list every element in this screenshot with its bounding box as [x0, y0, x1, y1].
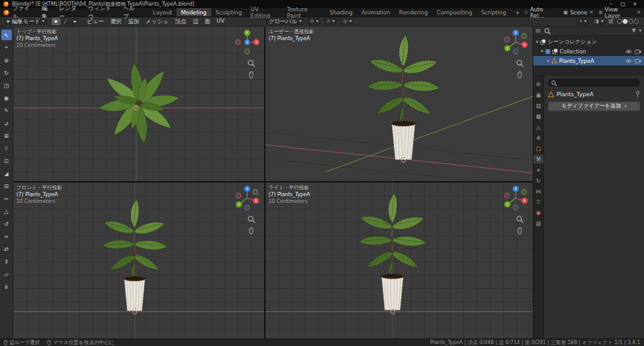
shrink-fatten-tool[interactable]: ⇕ [1, 256, 12, 267]
auto-rel-toggle[interactable]: ◇ Auto Rel... [525, 6, 558, 19]
view-layer-selector[interactable]: ≣ View Layer × [599, 6, 641, 19]
navigation-gizmo[interactable] [501, 28, 530, 57]
viewport-front[interactable]: フロント・平行投影 (7) Plants_TypeA 10 Centimeter… [13, 182, 264, 338]
cursor-tool[interactable]: ⌖ [1, 42, 12, 53]
collection-checkbox[interactable]: ✓ [545, 49, 550, 54]
face-select-button[interactable]: ▰ [70, 18, 79, 25]
scene-selector[interactable]: ▣ Scene × [564, 9, 594, 16]
tab-object[interactable]: □ [533, 144, 543, 153]
disclosure-icon[interactable]: ▾ [541, 49, 543, 54]
tab-rendering[interactable]: Rendering [395, 8, 433, 16]
tab-shading[interactable]: Shading [325, 8, 357, 16]
tab-animation[interactable]: Animation [357, 8, 395, 16]
zoom-icon[interactable] [247, 59, 255, 67]
material-shading-button[interactable] [628, 19, 633, 24]
tab-world[interactable]: ⊕ [533, 133, 543, 142]
scene-collection-row[interactable]: ▾ シーンコレクション [533, 37, 644, 47]
knife-tool[interactable]: ✂ [1, 193, 12, 204]
navigation-gizmo[interactable] [233, 184, 262, 213]
bevel-tool[interactable]: ◢ [1, 168, 12, 179]
tab-uv-editing[interactable]: UV Editing [247, 8, 283, 16]
tab-modifiers[interactable]: ⚒ [533, 155, 543, 164]
zoom-icon[interactable] [516, 59, 524, 67]
tab-sculpting[interactable]: Sculpting [211, 8, 247, 16]
tab-material[interactable]: ◉ [533, 208, 543, 217]
navigation-gizmo[interactable] [501, 184, 530, 213]
transform-tool[interactable]: ◉ [1, 92, 12, 103]
loop-cut-tool[interactable]: ⊟ [1, 181, 12, 191]
rotate-tool[interactable]: ↻ [1, 67, 12, 78]
outliner-editor-icon[interactable]: ▤ [536, 28, 541, 33]
spin-tool[interactable]: ↺ [1, 218, 12, 229]
pivot-dropdown[interactable]: ⊙ ▾ [308, 18, 321, 25]
measure-tool[interactable]: ⊿ [1, 118, 12, 128]
edge-select-button[interactable]: ╱ [61, 18, 70, 25]
select-box-tool[interactable]: ↖ [1, 30, 12, 40]
collection-row[interactable]: ▾ ✓ Collection [533, 47, 644, 56]
smooth-tool[interactable]: ≈ [1, 231, 12, 242]
scene-unlink-icon[interactable]: × [589, 10, 594, 15]
chevron-down-icon[interactable]: ▾ [639, 28, 641, 33]
tab-layout[interactable]: Layout [148, 8, 177, 16]
add-cube-tool[interactable]: ⊞ [1, 130, 12, 141]
shear-tool[interactable]: ▱ [1, 269, 12, 279]
proportional-edit-toggle[interactable]: ◎ ▾ [340, 18, 354, 25]
extrude-tool[interactable]: ⇧ [1, 143, 12, 153]
camera-icon[interactable] [635, 58, 641, 64]
plant-mesh-user[interactable] [358, 31, 448, 162]
annotate-tool[interactable]: ✎ [1, 105, 12, 116]
menu-uv[interactable]: UV [213, 18, 228, 26]
tab-scripting[interactable]: Scripting [477, 8, 511, 16]
scale-tool[interactable]: ◳ [1, 80, 12, 91]
filter-funnel-icon[interactable]: ▼ [632, 28, 636, 33]
poly-build-tool[interactable]: △ [1, 206, 12, 216]
menu-view[interactable]: ビュー [84, 18, 107, 26]
object-row-plants-typea[interactable]: ▸ Plants_TypeA [533, 56, 644, 65]
snap-toggle[interactable]: ∩ ▾ [324, 18, 337, 25]
tab-object-data[interactable]: ▽ [533, 198, 543, 206]
move-tool[interactable]: ⊕ [1, 55, 12, 65]
menu-vertex[interactable]: 頂点 [172, 18, 189, 26]
search-icon[interactable] [544, 28, 551, 35]
tab-output[interactable]: ▤ [533, 101, 543, 110]
pin-icon[interactable] [635, 91, 640, 98]
properties-search[interactable] [548, 79, 640, 87]
plant-mesh-front[interactable] [94, 196, 175, 313]
viewport-top[interactable]: トップ・平行投影 (7) Plants_TypeA 10 Centimeters [13, 26, 264, 181]
pan-hand-icon[interactable] [516, 70, 524, 79]
plant-mesh-right[interactable] [350, 190, 435, 313]
navigation-gizmo[interactable] [233, 28, 262, 57]
eye-icon[interactable] [625, 59, 632, 64]
menu-mesh[interactable]: メッシュ [142, 18, 172, 26]
disclosure-icon[interactable]: ▾ [536, 40, 538, 45]
tab-texture[interactable]: ▨ [533, 219, 543, 228]
tab-view-layer[interactable]: ▦ [533, 112, 543, 121]
tab-tool[interactable]: ⚙ [533, 80, 543, 89]
zoom-icon[interactable] [516, 215, 524, 223]
inset-faces-tool[interactable]: ⊡ [1, 155, 12, 166]
tab-texture-paint[interactable]: Texture Paint [282, 8, 325, 16]
menu-add[interactable]: 追加 [125, 18, 142, 26]
tab-render[interactable]: ▣ [533, 91, 543, 99]
plant-mesh-top[interactable] [89, 53, 189, 153]
viewport-user[interactable]: ユーザー・透視投影 (7) Plants_TypeA [265, 26, 533, 181]
wireframe-shading-button[interactable] [617, 19, 622, 24]
mode-dropdown[interactable]: ▪ 編集モード ▾ [3, 18, 48, 26]
edge-slide-tool[interactable]: ⇄ [1, 243, 12, 254]
tab-modeling[interactable]: Modeling [177, 8, 211, 16]
viewport-right[interactable]: ライト・平行投影 (7) Plants_TypeA 10 Centimeters [265, 182, 533, 338]
rip-region-tool[interactable]: ⋔ [1, 281, 12, 292]
show-overlays-toggle[interactable]: ◨ ▾ [592, 18, 606, 25]
zoom-icon[interactable] [247, 215, 255, 223]
disclosure-icon[interactable]: ▸ [547, 59, 550, 64]
pan-hand-icon[interactable] [247, 226, 255, 235]
menu-select[interactable]: 選択 [107, 18, 125, 26]
add-modifier-button[interactable]: モディファイアーを追加 ▾ [548, 101, 640, 111]
menu-face[interactable]: 面 [201, 18, 213, 26]
tab-particles[interactable]: ∗ [533, 165, 543, 174]
tab-constraints[interactable]: ⋈ [533, 187, 543, 196]
tab-physics[interactable]: ↻ [533, 176, 543, 185]
properties-search-input[interactable] [559, 80, 637, 86]
rendered-shading-button[interactable] [634, 19, 639, 24]
solid-shading-button[interactable] [623, 19, 628, 24]
